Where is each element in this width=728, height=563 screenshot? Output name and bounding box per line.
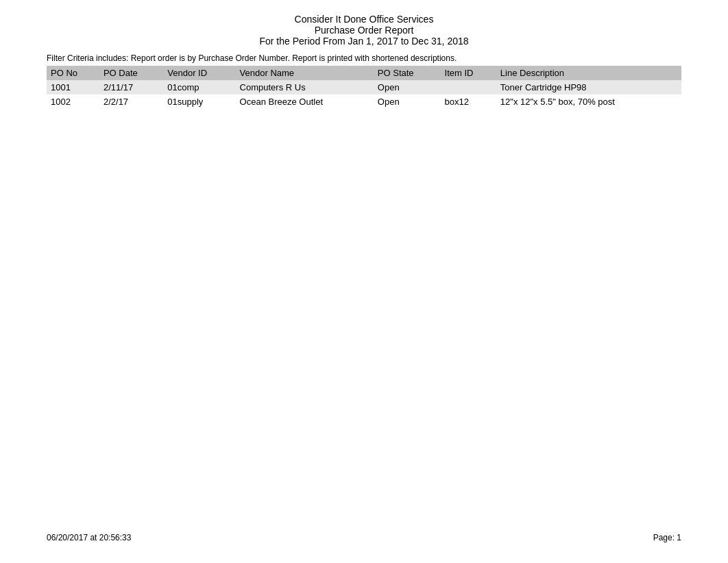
table-cell: Open <box>374 95 441 109</box>
table-cell: box12 <box>441 95 496 109</box>
filter-criteria: Filter Criteria includes: Report order i… <box>47 53 681 63</box>
table-cell: 01supply <box>163 95 235 109</box>
col-line-description: Line Description <box>496 66 681 80</box>
table-body: 10012/11/1701compComputers R UsOpenToner… <box>47 80 681 109</box>
table-cell: 2/2/17 <box>99 95 163 109</box>
col-item-id: Item ID <box>441 66 496 80</box>
report-name: Purchase Order Report <box>47 25 681 36</box>
col-vendor-id: Vendor ID <box>163 66 235 80</box>
table-cell: Open <box>374 80 441 95</box>
table-cell: 1002 <box>47 95 99 109</box>
col-po-no: PO No <box>47 66 99 80</box>
footer-timestamp: 06/20/2017 at 20:56:33 <box>47 533 131 542</box>
table-cell <box>441 80 496 95</box>
table-cell: 01comp <box>163 80 235 95</box>
report-header: Consider It Done Office Services Purchas… <box>47 14 681 47</box>
table-cell: 12"x 12"x 5.5" box, 70% post <box>496 95 681 109</box>
table-cell: Toner Cartridge HP98 <box>496 80 681 95</box>
table-cell: 2/11/17 <box>99 80 163 95</box>
table-cell: 1001 <box>47 80 99 95</box>
table-cell: Ocean Breeze Outlet <box>236 95 374 109</box>
report-period: For the Period From Jan 1, 2017 to Dec 3… <box>47 36 681 47</box>
col-po-date: PO Date <box>99 66 163 80</box>
col-vendor-name: Vendor Name <box>236 66 374 80</box>
col-po-state: PO State <box>374 66 441 80</box>
table-row: 10012/11/1701compComputers R UsOpenToner… <box>47 80 681 95</box>
footer-page: Page: 1 <box>653 533 681 542</box>
report-footer: 06/20/2017 at 20:56:33 Page: 1 <box>47 533 681 542</box>
table-row: 10022/2/1701supplyOcean Breeze OutletOpe… <box>47 95 681 109</box>
table-cell: Computers R Us <box>236 80 374 95</box>
table-header: PO No PO Date Vendor ID Vendor Name PO S… <box>47 66 681 80</box>
company-name: Consider It Done Office Services <box>47 14 681 25</box>
purchase-order-table: PO No PO Date Vendor ID Vendor Name PO S… <box>47 66 681 109</box>
